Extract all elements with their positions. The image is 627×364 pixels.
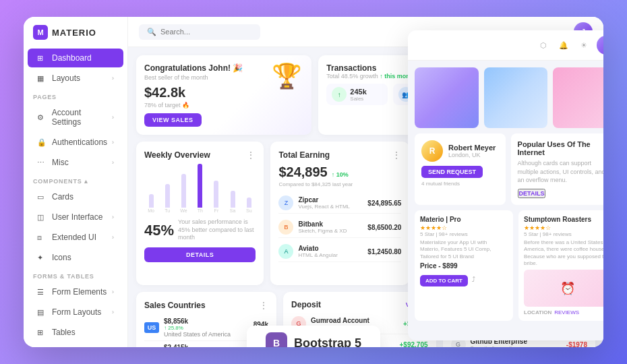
earning-item-aviato: A Aviato HTML & Angular $1,2450.80 <box>278 241 401 262</box>
sidebar-item-misc[interactable]: ⋯ Misc › <box>28 153 123 172</box>
reviews-link[interactable]: REVIEWS <box>554 309 579 315</box>
popular-card: Popular Uses Of The Internet Although ca… <box>511 133 603 205</box>
sidebar-item-ui[interactable]: ◫ User Interface › <box>28 208 123 226</box>
product-image: ⏰ <box>524 270 603 307</box>
search-box[interactable]: 🔍 <box>139 24 260 40</box>
sales-header: Sales Countries ⋮ <box>144 300 268 311</box>
earning-header: Total Earning ⋮ <box>278 150 401 160</box>
bootstrap-badge: B Bootstrap 5 <box>247 326 380 347</box>
product-stars: ★★★★☆ <box>420 224 508 231</box>
icons-icon: ✦ <box>37 253 47 262</box>
form-elements-icon: ☰ <box>37 288 47 297</box>
more-icon[interactable]: ⋮ <box>392 150 401 160</box>
country-change: ↑ 25.8% <box>164 325 231 331</box>
deposit-val: +$92,705 <box>400 341 428 348</box>
more-icon[interactable]: ⋮ <box>246 150 256 160</box>
bell-icon[interactable]: 🔔 <box>556 38 571 53</box>
img-card-blue <box>484 67 548 128</box>
chevron-icon: › <box>112 289 114 295</box>
zipcar-icon: Z <box>278 195 293 210</box>
bar-label: Su <box>246 208 252 213</box>
chevron-icon: › <box>112 234 114 241</box>
bar-label: Sa <box>230 208 236 213</box>
add-to-cart-button[interactable]: ADD TO CART <box>420 275 468 286</box>
sidebar-item-label: Form Elements <box>52 287 107 297</box>
sidebar-item-label: Dashboard <box>52 53 92 63</box>
sidebar-item-form-layouts[interactable]: ▤ Form Layouts › <box>28 303 123 322</box>
weekly-title: Weekly Overview <box>144 150 210 160</box>
sidebar-item-icons[interactable]: ✦ Icons <box>28 248 123 267</box>
bootstrap-text: Bootstrap 5 <box>294 336 361 348</box>
weekly-perf: 45% Your sales performance is 45% better… <box>144 218 256 242</box>
product-name: Stumptown Roasters <box>524 216 603 223</box>
image-cards-row <box>415 67 603 128</box>
dashboard-icon: ⊞ <box>37 54 47 63</box>
sidebar-item-cards[interactable]: ▭ Cards <box>28 187 123 206</box>
second-topbar: ⬡ 🔔 ☀ J <box>408 30 603 61</box>
sidebar-item-tables[interactable]: ⊞ Tables <box>28 323 123 342</box>
section-misc: MISC <box>24 342 127 347</box>
sales-title: Sales Countries <box>144 301 206 310</box>
country-amount: $2,415k <box>164 344 207 347</box>
more-icon[interactable]: ⋮ <box>259 300 268 311</box>
share-icon[interactable]: ⤴ <box>472 276 475 283</box>
bar-label: Th <box>198 208 203 213</box>
sidebar-logo: M MATERIO <box>24 25 127 48</box>
user-avatar-2[interactable]: J <box>597 36 603 55</box>
search-input[interactable] <box>160 28 252 36</box>
img-card-purple <box>415 67 479 128</box>
withdraw-sub: Security & compliance <box>471 345 527 347</box>
earning-val: $1,2450.80 <box>367 248 401 255</box>
earning-name: Zipcar <box>298 196 350 204</box>
sidebar-item-account[interactable]: ⚙ Account Settings › <box>28 103 123 131</box>
app-logo-name: MATERIO <box>52 28 96 38</box>
popular-title: Popular Uses Of The Internet <box>518 140 603 156</box>
details-link-button[interactable]: DETAILS <box>518 189 546 198</box>
sidebar-item-dashboard[interactable]: ⊞ Dashboard <box>28 49 123 67</box>
sidebar-item-label: Extended UI <box>52 233 96 242</box>
product-desc: Materialize your App UI with Materio, Fe… <box>420 239 508 260</box>
bar-mon: Mo <box>144 194 158 213</box>
product-price: Price - $899 <box>420 262 508 270</box>
product-stars: ★★★★☆ <box>524 224 603 231</box>
sidebar-item-label: Account Settings <box>52 108 112 127</box>
sidebar-item-label: Layouts <box>52 73 80 83</box>
congrats-progress: 78% of target 🔥 <box>144 102 303 109</box>
bar-thu: Th <box>193 164 207 213</box>
bar <box>149 194 154 208</box>
chevron-icon: › <box>112 159 114 166</box>
sidebar-item-auth[interactable]: 🔒 Authentications › <box>28 133 123 152</box>
bar-label: We <box>180 208 187 213</box>
bar-label: Mo <box>148 208 154 213</box>
transactions-title: Transactions <box>326 63 415 73</box>
weekly-overview-card: Weekly Overview ⋮ Mo Tu <box>136 142 264 285</box>
sidebar-item-label: Icons <box>52 253 71 262</box>
congrats-card: Congratulations John! 🎉 Best seller of t… <box>136 55 311 135</box>
product-location-label: LOCATION <box>524 309 551 315</box>
sidebar-item-layouts[interactable]: ▦ Layouts › <box>28 69 123 88</box>
account-icon: ⚙ <box>37 113 47 122</box>
bar-tue: Tu <box>160 184 174 213</box>
earning-list: Z Zipcar Vuejs, React & HTML $24,895.65 … <box>278 193 401 262</box>
middle-row: R Robert Meyer London, UK SEND REQUEST 4… <box>415 133 603 205</box>
earning-amount: $24,895 <box>278 164 327 180</box>
sidebar-item-form-elements[interactable]: ☰ Form Elements › <box>28 282 123 301</box>
section-components: COMPONENTS ▴ <box>24 173 127 187</box>
send-request-button[interactable]: SEND REQUEST <box>421 166 483 178</box>
github-nav-icon[interactable]: ⬡ <box>536 38 551 53</box>
earning-sub: Vuejs, React & HTML <box>298 204 350 210</box>
misc-icon: ⋯ <box>37 158 47 167</box>
country-name: United States of America <box>164 331 231 338</box>
view-sales-button[interactable]: VIEW SALES <box>144 113 202 127</box>
cards-icon: ▭ <box>37 193 47 202</box>
sidebar-item-extended[interactable]: ⧈ Extended UI › <box>28 228 123 247</box>
details-button[interactable]: DETAILS <box>144 247 256 262</box>
img-card-pink <box>553 67 603 128</box>
sales-icon: ↑ <box>332 87 347 102</box>
country-amount: $8,856k <box>164 317 231 325</box>
product-desc: Before there was a United States of Amer… <box>524 239 603 268</box>
sun-icon[interactable]: ☀ <box>576 38 591 53</box>
sidebar: M MATERIO ⊞ Dashboard ▦ Layouts › PAGES … <box>24 17 128 347</box>
sidebar-item-label: User Interface <box>52 212 102 222</box>
bar-label: Fr <box>214 208 219 213</box>
